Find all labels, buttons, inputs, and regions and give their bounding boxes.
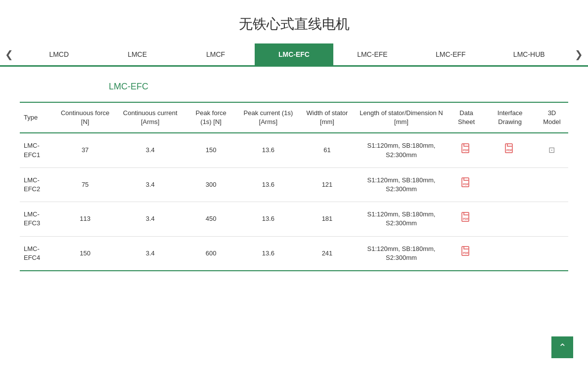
cell-3d-r0: ⊡ — [536, 133, 568, 167]
col-header-5: Width of stator [mm] — [300, 102, 354, 133]
svg-text:PDF: PDF — [463, 183, 469, 186]
col-header-0: Type — [20, 102, 55, 133]
svg-text:PDF: PDF — [463, 149, 469, 152]
col-header-6: Length of stator/Dimension N [mm] — [354, 102, 449, 133]
tab-arrow-left[interactable]: ❮ — [0, 43, 18, 65]
cell-r0-c0: LMC-EFC1 — [20, 133, 55, 167]
table-header-row: TypeContinuous force [N]Continuous curre… — [20, 102, 568, 133]
cell-r1-c1: 75 — [55, 167, 115, 202]
page-title: 无铁心式直线电机 — [0, 0, 588, 43]
pdf-icon[interactable]: PDF — [461, 212, 471, 224]
col-header-2: Continuous current [Arms] — [115, 102, 185, 133]
tab-LMC-HUB[interactable]: LMC-HUB — [490, 43, 568, 65]
cell-r3-c4: 13.6 — [236, 236, 300, 271]
cell-data-sheet-r1: PDF — [449, 167, 484, 202]
pdf-icon[interactable]: PDF — [461, 246, 471, 258]
cell-r1-c5: 121 — [300, 167, 354, 202]
cell-r2-c3: 450 — [185, 202, 236, 236]
tab-LMC-EFC[interactable]: LMC-EFC — [255, 43, 333, 65]
cell-r0-c3: 150 — [185, 133, 236, 167]
model-3d-icon[interactable]: ⊡ — [548, 145, 555, 156]
svg-text:PDF: PDF — [506, 149, 512, 152]
tab-LMC-EFF[interactable]: LMC-EFF — [411, 43, 490, 65]
section-title: LMC-EFC — [109, 82, 568, 92]
tab-LMCD[interactable]: LMCD — [20, 43, 98, 65]
table-row: LMC-EFC41503.460013.6241S1:120mm, SB:180… — [20, 236, 568, 271]
cell-r1-c3: 300 — [185, 167, 236, 202]
cell-r1-c2: 3.4 — [115, 167, 185, 202]
col-header-1: Continuous force [N] — [55, 102, 115, 133]
cell-r3-c1: 150 — [55, 236, 115, 271]
cell-r2-c0: LMC-EFC3 — [20, 202, 55, 236]
pdf-icon[interactable]: PDF — [461, 143, 471, 155]
cell-r2-c5: 181 — [300, 202, 354, 236]
cell-interface-r2 — [484, 202, 536, 236]
tab-LMCF[interactable]: LMCF — [177, 43, 255, 65]
cell-r0-c1: 37 — [55, 133, 115, 167]
cell-data-sheet-r3: PDF — [449, 236, 484, 271]
cell-r3-c5: 241 — [300, 236, 354, 271]
product-table: TypeContinuous force [N]Continuous curre… — [20, 102, 568, 271]
col-header-7: Data Sheet — [449, 102, 484, 133]
table-row: LMC-EFC1373.415013.661S1:120mm, SB:180mm… — [20, 133, 568, 167]
cell-interface-r0: PDF — [484, 133, 536, 167]
cell-r2-c2: 3.4 — [115, 202, 185, 236]
cell-3d-r1 — [536, 167, 568, 202]
cell-r1-c6: S1:120mm, SB:180mm, S2:300mm — [354, 167, 449, 202]
svg-text:PDF: PDF — [463, 217, 469, 220]
cell-r3-c0: LMC-EFC4 — [20, 236, 55, 271]
col-header-9: 3D Model — [536, 102, 568, 133]
cell-r1-c0: LMC-EFC2 — [20, 167, 55, 202]
interface-pdf-icon[interactable]: PDF — [505, 143, 515, 155]
cell-3d-r2 — [536, 202, 568, 236]
cell-r3-c2: 3.4 — [115, 236, 185, 271]
cell-r3-c6: S1:120mm, SB:180mm, S2:300mm — [354, 236, 449, 271]
table-row: LMC-EFC31133.445013.6181S1:120mm, SB:180… — [20, 202, 568, 236]
col-header-3: Peak force (1s) [N] — [185, 102, 236, 133]
tabs-container: ❮ LMCDLMCELMCFLMC-EFCLMC-EFELMC-EFFLMC-H… — [0, 43, 588, 67]
cell-data-sheet-r2: PDF — [449, 202, 484, 236]
tab-LMCE[interactable]: LMCE — [98, 43, 176, 65]
cell-r2-c4: 13.6 — [236, 202, 300, 236]
table-row: LMC-EFC2753.430013.6121S1:120mm, SB:180m… — [20, 167, 568, 202]
pdf-icon[interactable]: PDF — [461, 177, 471, 189]
cell-r0-c6: S1:120mm, SB:180mm, S2:300mm — [354, 133, 449, 167]
cell-interface-r1 — [484, 167, 536, 202]
cell-r1-c4: 13.6 — [236, 167, 300, 202]
cell-r2-c6: S1:120mm, SB:180mm, S2:300mm — [354, 202, 449, 236]
cell-r0-c4: 13.6 — [236, 133, 300, 167]
content-area: LMC-EFC TypeContinuous force [N]Continuo… — [0, 67, 588, 286]
tab-LMC-EFE[interactable]: LMC-EFE — [333, 43, 411, 65]
col-header-4: Peak current (1s) [Arms] — [236, 102, 300, 133]
cell-3d-r3 — [536, 236, 568, 271]
cell-interface-r3 — [484, 236, 536, 271]
svg-text:PDF: PDF — [463, 251, 469, 254]
cell-r2-c1: 113 — [55, 202, 115, 236]
col-header-8: Interface Drawing — [484, 102, 536, 133]
cell-r3-c3: 600 — [185, 236, 236, 271]
tabs-list: LMCDLMCELMCFLMC-EFCLMC-EFELMC-EFFLMC-HUB — [20, 43, 568, 65]
cell-data-sheet-r0: PDF — [449, 133, 484, 167]
cell-r0-c2: 3.4 — [115, 133, 185, 167]
cell-r0-c5: 61 — [300, 133, 354, 167]
tab-arrow-right[interactable]: ❯ — [570, 43, 588, 65]
